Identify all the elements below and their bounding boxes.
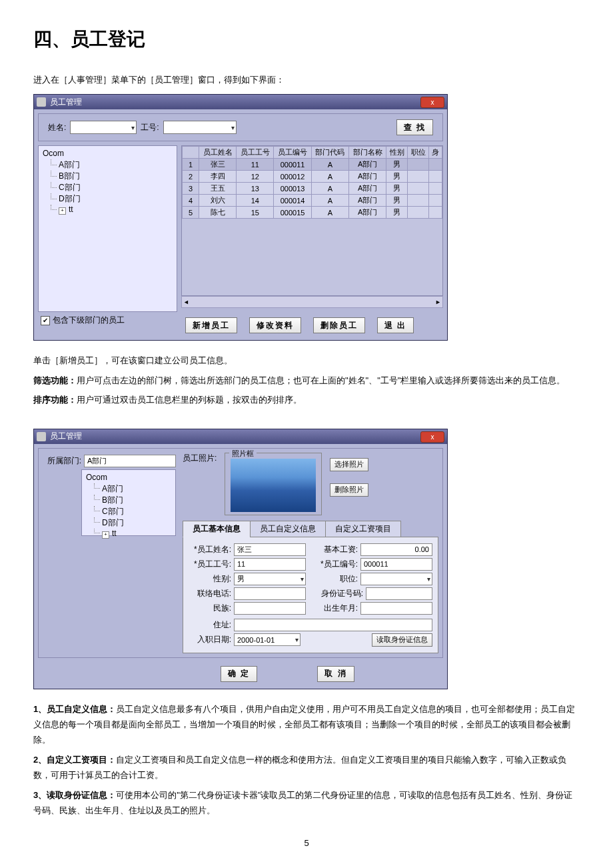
nation-field[interactable] — [234, 602, 306, 615]
note: 3、读取身份证信息：可使用本公司的"第二代身份证读卡器"读取员工的第二代身份证里… — [33, 787, 580, 819]
dept-label: 所属部门: — [43, 455, 84, 467]
titlebar: 员工管理 x — [34, 429, 447, 444]
read-idcard-button[interactable]: 读取身份证信息 — [372, 633, 432, 647]
col-header[interactable]: 部门代码 — [311, 147, 348, 159]
delete-photo-button[interactable]: 删除照片 — [330, 483, 368, 497]
col-header[interactable]: 员工姓名 — [199, 147, 237, 159]
close-button[interactable]: x — [420, 431, 444, 443]
new-employee-button[interactable]: 新增员工 — [185, 317, 237, 333]
col-header[interactable]: 身 — [429, 147, 442, 159]
employee-grid[interactable]: 员工姓名 员工工号 员工编号 部门代码 部门名称 性别 职位 身 1 张三11 … — [181, 145, 443, 296]
name-field[interactable]: 张三 — [234, 543, 306, 556]
dept-field[interactable]: A部门 — [84, 455, 176, 467]
note: 1、员工自定义信息：员工自定义信息最多有八个项目，供用户自由定义使用，用户可不用… — [33, 701, 580, 748]
photo-frame: 照片框 — [225, 453, 322, 515]
search-button[interactable]: 查 找 — [396, 119, 433, 135]
dept-tree[interactable]: Ocom A部门 B部门 C部门 D部门 +tt — [38, 145, 177, 312]
col-header[interactable]: 部门名称 — [348, 147, 386, 159]
ok-button[interactable]: 确 定 — [221, 666, 257, 682]
id-combo[interactable] — [163, 121, 237, 134]
close-button[interactable]: x — [420, 97, 444, 108]
titlebar: 员工管理 x — [34, 95, 447, 109]
birth-field[interactable] — [360, 602, 432, 615]
table-row[interactable]: 1 张三11 000011A A部门男 — [183, 159, 442, 171]
col-header[interactable]: 性别 — [386, 147, 408, 159]
table-row[interactable]: 4 刘六14 000014A A部门男 — [183, 195, 442, 207]
tab-salary-items[interactable]: 自定义工资项目 — [325, 521, 401, 537]
tree-root[interactable]: Ocom — [43, 149, 173, 158]
window-icon — [37, 432, 46, 441]
tree-item[interactable]: A部门 — [43, 159, 173, 171]
window-title: 员工管理 — [50, 97, 82, 108]
delete-employee-button[interactable]: 删除员工 — [313, 317, 365, 333]
paragraph: 排序功能：用户可通过双击员工信息栏里的列标题，按双击的列排序。 — [33, 392, 580, 407]
empno-field[interactable]: 11 — [234, 558, 306, 571]
salary-field[interactable]: 0.00 — [360, 543, 432, 556]
col-header[interactable]: 职位 — [408, 147, 429, 159]
tab-basic-info[interactable]: 员工基本信息 — [183, 521, 251, 537]
page-number: 5 — [33, 838, 580, 848]
id-label: 工号: — [141, 122, 159, 133]
dept-tree-dropdown[interactable]: Ocom A部门 B部门 C部门 D部门 +tt — [81, 469, 176, 536]
tab-custom-info[interactable]: 员工自定义信息 — [250, 521, 326, 537]
paragraph: 筛选功能：用户可点击左边的部门树，筛选出所选部门的员工信息；也可在上面的"姓名"… — [33, 373, 580, 388]
edit-employee-button[interactable]: 修改资料 — [249, 317, 301, 333]
select-photo-button[interactable]: 选择照片 — [330, 458, 368, 471]
tree-item[interactable]: +tt — [43, 205, 173, 215]
col-header[interactable]: 员工编号 — [274, 147, 311, 159]
employee-mgmt-window: 员工管理 x 姓名: 工号: 查 找 Ocom A部门 B部门 C部门 D部门 … — [33, 94, 448, 341]
col-header[interactable]: 员工工号 — [237, 147, 274, 159]
cancel-button[interactable]: 取 消 — [317, 666, 354, 682]
employee-edit-window: 员工管理 x 所属部门: A部门 Ocom A部门 B部门 C部门 D部门 +t… — [33, 429, 448, 689]
address-field[interactable] — [234, 619, 432, 631]
empcode-field[interactable]: 000011 — [360, 558, 432, 571]
idno-field[interactable] — [366, 587, 432, 600]
name-label: 姓名: — [48, 122, 66, 133]
name-combo[interactable] — [70, 121, 137, 134]
tree-item[interactable]: C部门 — [43, 182, 173, 193]
hiredate-field[interactable]: 2000-01-01 — [234, 633, 301, 646]
tree-item[interactable]: D部门 — [43, 193, 173, 205]
photo-label: 员工照片: — [183, 453, 217, 464]
table-row[interactable]: 3 王五13 000013A A部门男 — [183, 183, 442, 195]
exit-button[interactable]: 退 出 — [377, 317, 414, 333]
tree-item[interactable]: B部门 — [43, 171, 173, 182]
note: 2、自定义工资项目：自定义工资项目和员工自定义信息一样的概念和使用方法。但自定义… — [33, 752, 580, 783]
include-sub-label: 包含下级部门的员工 — [53, 315, 125, 326]
table-row[interactable]: 2 李四12 000012A A部门男 — [183, 171, 442, 183]
table-row[interactable]: 5 陈七15 000015A A部门男 — [183, 207, 442, 219]
photo-image — [231, 459, 316, 512]
intro-text: 进入在［人事管理］菜单下的［员工管理］窗口，得到如下界面： — [33, 72, 580, 87]
include-sub-checkbox[interactable]: ✔ — [41, 316, 50, 325]
position-combo[interactable] — [360, 573, 432, 585]
horizontal-scrollbar[interactable]: ◄► — [181, 296, 443, 308]
tab-panel: *员工姓名:张三 *员工工号:11 性别:男 联络电话: 民族: 基本工资:0.… — [183, 537, 438, 653]
window-icon — [37, 97, 46, 107]
sex-combo[interactable]: 男 — [234, 573, 306, 585]
paragraph: 单击［新增员工］，可在该窗口建立公司员工信息。 — [33, 353, 580, 368]
phone-field[interactable] — [234, 587, 306, 600]
window-title: 员工管理 — [50, 431, 82, 442]
page-heading: 四、员工登记 — [33, 27, 580, 52]
